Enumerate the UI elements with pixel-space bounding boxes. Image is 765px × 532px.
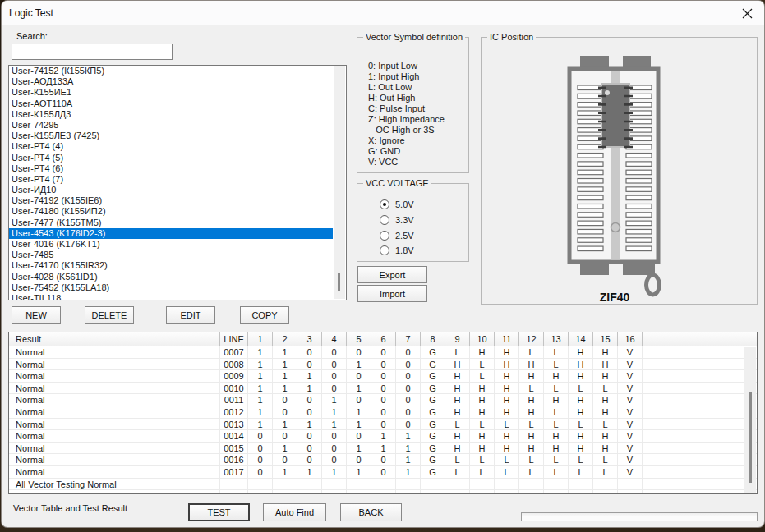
table-row[interactable]: Normal00170111101GLLLLLLLV: [9, 466, 757, 479]
cell-pin: [248, 490, 273, 494]
list-item[interactable]: User-74295: [9, 120, 333, 131]
cell-pin: L: [593, 466, 618, 479]
cell-pin: 0: [371, 394, 396, 406]
table-summary-row[interactable]: All Vector Testing Normal: [9, 479, 757, 491]
cell-pin: 0: [297, 454, 322, 466]
cell-pin: G: [421, 430, 445, 443]
cell-pin: 0: [248, 466, 273, 479]
table-row[interactable]: Normal00160000001GLLLLLLLV: [9, 454, 757, 466]
close-button[interactable]: [733, 2, 761, 24]
list-item[interactable]: User-74152 (К155КП5): [9, 66, 333, 76]
cell-result: Normal: [9, 383, 220, 395]
cell-filler: [643, 466, 757, 479]
listbox-scrollbar-thumb[interactable]: [338, 273, 340, 291]
cell-result: Normal: [9, 443, 220, 455]
vcc-option-5-0v[interactable]: 5.0V: [380, 200, 414, 209]
delete-button[interactable]: DELETE: [85, 306, 134, 324]
vcc-option-label: 2.5V: [395, 231, 414, 241]
cell-line: [220, 479, 248, 491]
cell-pin: [569, 490, 593, 494]
vcc-option-1-8v[interactable]: 1.8V: [380, 245, 414, 255]
list-item[interactable]: User-К155ИЕ1: [9, 87, 333, 98]
table-row[interactable]: Normal00150100111GHHHHHHHV: [9, 443, 757, 455]
cell-pin: 0: [297, 359, 322, 371]
table-scrollbar[interactable]: [744, 347, 756, 493]
cell-pin: 0: [371, 346, 396, 359]
list-item[interactable]: User-4028 (K561ID1): [9, 272, 333, 282]
cell-pin: 0: [371, 419, 396, 431]
ic-listbox[interactable]: User-74152 (К155КП5)User-АОД133АUser-К15…: [8, 65, 347, 300]
cell-pin: 0: [322, 346, 347, 359]
list-item[interactable]: User-74180 (К155ИП2): [9, 206, 333, 217]
list-item[interactable]: User-РТ4 (7): [9, 174, 333, 185]
list-item[interactable]: User-РТ4 (5): [9, 153, 333, 163]
cell-pin: L: [593, 419, 618, 431]
table-row[interactable]: Normal00131111100GLLLLLLLV: [9, 419, 757, 431]
copy-button[interactable]: COPY: [240, 306, 289, 324]
table-row[interactable]: Normal00111001000GHHHHHHHV: [9, 394, 757, 406]
socket-pin: [578, 195, 603, 200]
auto-find-button[interactable]: Auto Find: [263, 503, 326, 521]
list-item[interactable]: User-74170 (K155IR32): [9, 260, 333, 271]
cell-pin: H: [519, 370, 544, 383]
table-row[interactable]: Normal00121001100GHHHHLHHV: [9, 406, 757, 419]
column-header-pin: 7: [396, 332, 421, 346]
search-input[interactable]: [12, 44, 173, 60]
cell-result: Normal: [9, 370, 220, 383]
list-item[interactable]: User-4016 (K176KT1): [9, 239, 333, 250]
cell-pin: V: [618, 383, 643, 395]
cell-pin: 1: [273, 419, 297, 431]
vcc-option-3-3v[interactable]: 3.3V: [380, 215, 414, 225]
list-item[interactable]: User-7485: [9, 250, 333, 260]
cell-pin: G: [421, 406, 445, 419]
list-item[interactable]: User-РТ4 (6): [9, 163, 333, 174]
cell-pin: 0: [396, 359, 421, 371]
edit-button[interactable]: EDIT: [166, 306, 215, 324]
cell-pin: L: [544, 406, 569, 419]
list-item[interactable]: User-74192 (K155IE6): [9, 195, 333, 206]
table-row[interactable]: Normal00081100100GHLHHLHHV: [9, 359, 757, 371]
cell-pin: [273, 490, 297, 494]
listbox-scrollbar[interactable]: [334, 66, 345, 299]
column-header-pin: 3: [297, 332, 322, 346]
test-button[interactable]: TEST: [188, 503, 250, 521]
cell-pin: 0: [396, 383, 421, 395]
cell-pin: 1: [248, 394, 273, 406]
list-item[interactable]: User-TIL118: [9, 293, 333, 300]
cell-pin: H: [495, 383, 519, 395]
vector-symbol-line: Z: High Impedance: [357, 114, 468, 125]
export-button[interactable]: Export: [357, 266, 427, 283]
cell-pin: H: [470, 383, 495, 395]
new-button[interactable]: NEW: [12, 306, 61, 324]
list-item[interactable]: User-ИД10: [9, 185, 333, 195]
table-row[interactable]: Normal00091110000GHLHHHHHV: [9, 370, 757, 383]
cell-pin: H: [470, 406, 495, 419]
cell-pin: 1: [322, 394, 347, 406]
list-item[interactable]: User-К155ЛД3: [9, 109, 333, 120]
table-row[interactable]: Normal00071100000GLHHLLHHV: [9, 346, 757, 359]
back-button[interactable]: BACK: [340, 503, 402, 521]
list-item[interactable]: User-7477 (K155TM5): [9, 218, 333, 228]
cell-pin: H: [470, 394, 495, 406]
import-button[interactable]: Import: [357, 285, 427, 302]
vcc-option-2-5v[interactable]: 2.5V: [380, 231, 414, 241]
table-scrollbar-thumb[interactable]: [749, 392, 752, 483]
cell-pin: H: [470, 346, 495, 359]
list-item[interactable]: User-75452 (K155LA18): [9, 282, 333, 293]
vector-symbol-line: C: Pulse Input: [357, 103, 468, 114]
cell-pin: 0: [396, 406, 421, 419]
cell-pin: H: [519, 430, 544, 443]
cell-pin: 1: [347, 359, 371, 371]
list-item[interactable]: User-РТ4 (4): [9, 141, 333, 152]
table-empty-row[interactable]: [9, 490, 757, 494]
table-row[interactable]: Normal00140000011GHHHHHHHV: [9, 430, 757, 443]
socket-pin: [578, 213, 603, 218]
list-item[interactable]: User-АОД133А: [9, 76, 333, 87]
list-item[interactable]: User-4543 (K176ID2-3): [9, 228, 333, 239]
cell-pin: H: [544, 430, 569, 443]
list-item[interactable]: User-АОТ110А: [9, 99, 333, 109]
column-header-pin: 14: [569, 332, 593, 346]
table-row[interactable]: Normal00101110100GHHHLLLLV: [9, 383, 757, 395]
cell-result: Normal: [9, 346, 220, 359]
list-item[interactable]: User-К155ЛЕ3 (7425): [9, 131, 333, 141]
